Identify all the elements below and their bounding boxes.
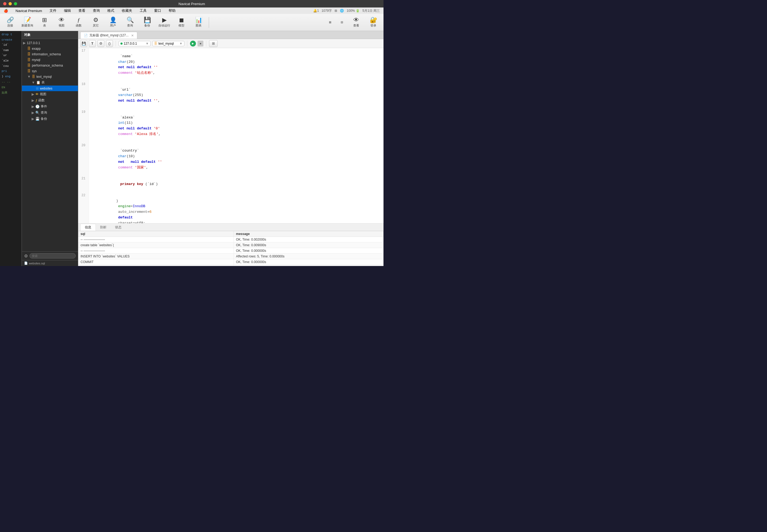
minimize-btn[interactable] — [9, 2, 12, 5]
menu-view[interactable]: 查看 — [77, 8, 87, 14]
expand2-icon: ▼ — [32, 80, 35, 84]
menu-format[interactable]: 格式 — [106, 8, 116, 14]
connection-label: 127.0.0.1 — [27, 41, 40, 45]
settings-qt-btn[interactable]: ⚙ — [97, 40, 104, 47]
file-label-bar: 📄 websites.sql — [22, 260, 78, 266]
line-content[interactable]: `country` char(10) not null default '' c… — [89, 143, 384, 176]
query2-btn[interactable]: 🔍 查询 — [122, 15, 138, 30]
sidebar-item-connection[interactable]: ▶ 127.0.0.1 — [22, 40, 78, 46]
autorun-btn[interactable]: ▶ 自动运行 — [156, 15, 172, 30]
menu-favorites[interactable]: 收藏夹 — [120, 8, 134, 14]
sidebar-item-functions-folder[interactable]: ▶ ƒ 函数 — [22, 97, 78, 103]
result-table: sql message -- -------------------- OK, … — [78, 231, 384, 266]
code-line-17: 17 `name` char(20) not null default '' c… — [78, 48, 384, 82]
sidebar-item-performance-schema[interactable]: 🗄 performance_schema — [22, 63, 78, 68]
query2-label: 查询 — [127, 24, 133, 28]
main-tab[interactable]: 📄 无标题 @text_mysql (127... ✕ — [80, 32, 137, 39]
login-btn[interactable]: 🔐 登录 — [365, 15, 381, 30]
layout1-btn[interactable]: ⊞ — [325, 15, 335, 30]
connect-btn[interactable]: 🔗 连接 — [2, 15, 18, 30]
db-sys-label: sys — [32, 69, 37, 73]
text-qt-btn[interactable]: T — [89, 40, 96, 47]
run-btn[interactable]: ▶ — [190, 41, 196, 47]
line-content[interactable]: primary key (`id`) — [89, 176, 384, 192]
lb-line: `cou — [1, 64, 20, 69]
snippet-btn[interactable]: ⊞ — [209, 40, 218, 47]
save-qt-icon: 💾 — [82, 41, 86, 45]
sidebar-item-sys[interactable]: 🗄 sys — [22, 68, 78, 74]
sidebar-item-text-mysql[interactable]: ▼ 🗄 text_mysql — [22, 74, 78, 79]
connection-selector[interactable]: 127.0.0.1 ▼ — [118, 41, 151, 46]
sidebar-item-information-schema[interactable]: 🗄 information_schema — [22, 51, 78, 57]
menu-apple[interactable]: 🍎 — [2, 8, 10, 13]
sidebar-item-events-folder[interactable]: ▶ 🕐 事件 — [22, 103, 78, 110]
expand3-icon: ▶ — [32, 92, 34, 96]
sidebar-item-backup-folder[interactable]: ▶ 💾 备份 — [22, 116, 78, 122]
menu-help[interactable]: 帮助 — [167, 8, 177, 14]
db-selector[interactable]: 🗄 text_mysql ▼ — [152, 41, 184, 46]
new-query-btn[interactable]: 📝 新建查询 — [19, 15, 35, 30]
toolbar-right: ⊞ ⊟ 👁 查看 🔐 登录 — [325, 15, 381, 30]
btab-status[interactable]: 状态 — [111, 224, 126, 231]
search-input[interactable] — [29, 253, 76, 259]
sidebar-item-tables-folder[interactable]: ▼ 📋 表 — [22, 79, 78, 86]
row-message: OK, Time: 0.000000s — [234, 265, 383, 266]
sidebar-item-mysql[interactable]: 🗄 mysql — [22, 57, 78, 63]
model-btn[interactable]: ◼ 模型 — [173, 15, 189, 30]
db-performance-schema-label: performance_schema — [32, 64, 63, 67]
menu-window[interactable]: 窗口 — [152, 8, 163, 14]
table-row: -- -------------------- OK, Time: 0.0000… — [78, 248, 384, 254]
stop-btn[interactable]: ■ — [198, 41, 204, 47]
line-content[interactable]: `url` varchar(255) not null default '', — [89, 82, 384, 109]
file-icon: 📄 — [24, 261, 28, 265]
autorun-label: 自动运行 — [158, 24, 170, 28]
lb-line: `id` — [1, 43, 20, 48]
model-icon: ◼ — [179, 17, 184, 23]
backup-btn[interactable]: 💾 备份 — [139, 15, 155, 30]
menu-tools[interactable]: 工具 — [138, 8, 148, 14]
view3-btn[interactable]: 👁 查看 — [348, 15, 364, 30]
sidebar-item-websites[interactable]: ⊞ websites — [22, 86, 78, 91]
line-content[interactable]: `alexa` int(11) not null default '0' com… — [89, 109, 384, 143]
layout2-btn[interactable]: ⊟ — [336, 15, 347, 30]
code-line-22: 22 ) engine=InnoDB auto_increment=6 defa… — [78, 193, 384, 223]
table-btn[interactable]: ⊞ 表 — [36, 15, 52, 30]
btab-profile[interactable]: 剖析 — [96, 224, 111, 231]
code-line-21: 21 primary key (`id`) — [78, 176, 384, 192]
save-qt-btn[interactable]: 💾 — [80, 40, 87, 47]
bottom-panel: 信息 剖析 状态 sql message — [78, 223, 384, 266]
menu-file[interactable]: 文件 — [48, 8, 58, 14]
functions-folder-icon: ƒ — [35, 98, 37, 102]
row-message: OK, Time: 0.000000s — [234, 248, 383, 254]
lb-line: drop t — [1, 32, 20, 37]
line-content[interactable]: ) engine=InnoDB auto_increment=6 default… — [89, 193, 384, 223]
maximize-btn[interactable] — [14, 2, 17, 5]
sidebar-tree[interactable]: ▶ 127.0.0.1 🗄 exapp 🗄 information_schema… — [22, 39, 78, 251]
settings-qt-icon: ⚙ — [99, 41, 102, 45]
folder-icon: 📋 — [36, 80, 40, 84]
sidebar-item-exapp[interactable]: 🗄 exapp — [22, 46, 78, 51]
menubar: 🍎 Navicat Premium 文件 编辑 查看 查询 格式 收藏夹 工具 … — [0, 7, 384, 14]
settings-icon[interactable]: ⚙ — [24, 253, 28, 259]
menu-navicat[interactable]: Navicat Premium — [14, 8, 44, 13]
close-btn[interactable] — [3, 2, 6, 5]
sidebar-item-views-folder[interactable]: ▶ 👁 视图 — [22, 91, 78, 97]
menu-query[interactable]: 查询 — [91, 8, 101, 14]
menu-edit[interactable]: 编辑 — [62, 8, 72, 14]
chart-btn[interactable]: 📊 图表 — [190, 15, 207, 30]
line-number: 18 — [78, 82, 89, 109]
backup-folder-label: 备份 — [41, 117, 47, 121]
editor-area[interactable]: 17 `name` char(20) not null default '' c… — [78, 48, 384, 223]
events-folder-label: 事件 — [41, 104, 47, 109]
btab-info[interactable]: 信息 — [80, 224, 96, 231]
view-btn[interactable]: 👁 视图 — [53, 15, 70, 30]
tab-icon: 📄 — [84, 34, 88, 37]
paren-qt-btn[interactable]: () — [106, 40, 113, 47]
func-btn[interactable]: ƒ 函数 — [71, 15, 87, 30]
tab-close-icon[interactable]: ✕ — [131, 34, 134, 37]
other-btn[interactable]: ⚙ 其它 — [88, 15, 104, 30]
user-btn[interactable]: 👤 用户 — [105, 15, 121, 30]
sidebar-item-queries-folder[interactable]: ▶ 🔍 查询 — [22, 110, 78, 116]
row-message: Affected rows: 5, Time: 0.000000s — [234, 254, 383, 259]
line-content[interactable]: `name` char(20) not null default '' comm… — [89, 48, 384, 82]
